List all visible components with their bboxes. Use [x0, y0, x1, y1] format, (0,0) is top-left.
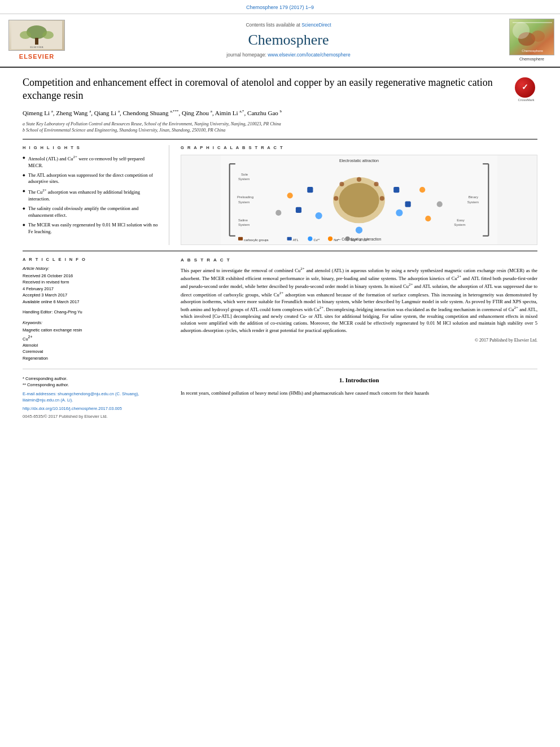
svg-point-31	[316, 212, 322, 219]
svg-text:Easy: Easy	[457, 218, 465, 222]
received-date: Received 26 October 2016	[23, 273, 169, 279]
journal-homepage-line: journal homepage: www.elsevier.com/locat…	[73, 52, 504, 59]
svg-point-34	[287, 193, 293, 198]
email-line: E-mail addresses: shuangchendong@nju.edu…	[23, 391, 169, 403]
homepage-link[interactable]: www.elsevier.com/locate/chemosphere	[268, 52, 350, 58]
svg-rect-26	[393, 187, 399, 193]
svg-rect-2	[35, 38, 38, 45]
svg-rect-43	[238, 237, 243, 241]
svg-point-33	[419, 187, 425, 193]
svg-point-24	[339, 182, 344, 186]
svg-text:Preloading: Preloading	[237, 195, 253, 199]
keyword-2: Cu2+	[23, 334, 169, 342]
elsevier-logo: ELSEVIER ELSEVIER	[6, 20, 68, 61]
svg-text:System: System	[454, 222, 465, 226]
svg-point-35	[425, 216, 431, 221]
article-info-heading: A R T I C L E I N F O	[23, 257, 169, 263]
info-abstract-cols: A R T I C L E I N F O Article history: R…	[23, 257, 537, 362]
keyword-4: Coremoval	[23, 349, 169, 355]
journal-center: Contents lists available at ScienceDirec…	[73, 22, 504, 58]
affiliations: a State Key Laboratory of Pollution Cont…	[23, 121, 537, 133]
svg-text:Saline: Saline	[238, 218, 248, 222]
revised-date: 4 February 2017	[23, 286, 169, 292]
keywords-label: Keywords:	[23, 320, 169, 326]
svg-text:ATL: ATL	[293, 238, 299, 242]
crossmark-circle	[515, 77, 535, 98]
svg-rect-45	[287, 237, 292, 241]
highlights-list: Atenolol (ATL) and Cu2+ were co-removed …	[23, 155, 160, 235]
issn-line: 0045-6535/© 2017 Published by Elsevier L…	[23, 414, 169, 420]
keyword-1: Magnetic cation exchange resin	[23, 327, 169, 334]
article-title-section: Competition and enhancement effect in co…	[23, 76, 537, 103]
graphical-abstract-heading: G R A P H I C A L A B S T R A C T	[181, 145, 537, 151]
corresponding-note-2: ** Corresponding author.	[23, 382, 169, 388]
svg-text:ELSEVIER: ELSEVIER	[30, 46, 43, 49]
handling-editor: Handling Editor: Chang-Ping Yu	[23, 309, 169, 316]
svg-point-25	[334, 196, 338, 200]
svg-point-30	[396, 209, 403, 216]
svg-text:Cu²⁺: Cu²⁺	[313, 238, 320, 242]
svg-point-51	[345, 237, 350, 241]
article-content: Competition and enhancement effect in co…	[0, 68, 560, 426]
intro-heading: 1. Introduction	[181, 376, 537, 385]
svg-point-22	[374, 182, 379, 186]
highlights-heading: H I G H L I G H T S	[23, 145, 160, 151]
journal-thumb-image: Chemosphere	[509, 19, 554, 55]
svg-point-4	[42, 31, 54, 39]
svg-text:carboxylic groups: carboxylic groups	[244, 238, 269, 242]
svg-text:Mg²⁺ or Ca²⁺: Mg²⁺ or Ca²⁺	[351, 238, 370, 242]
svg-text:System: System	[238, 222, 250, 226]
svg-point-49	[328, 237, 333, 241]
svg-text:Chemosphere: Chemosphere	[522, 49, 543, 53]
graphical-abstract-col: G R A P H I C A L A B S T R A C T	[181, 145, 537, 245]
svg-rect-29	[296, 207, 301, 213]
journal-thumb-label: Chemosphere	[509, 56, 554, 62]
journal-thumbnail: Chemosphere Chemosphere	[509, 19, 554, 62]
svg-point-3	[20, 31, 31, 39]
footer-left: * Corresponding author. ** Corresponding…	[23, 376, 169, 420]
accepted-date: Accepted 3 March 2017	[23, 292, 169, 299]
journal-ref: Chemosphere 179 (2017) 1–9	[246, 5, 314, 10]
svg-text:System: System	[238, 177, 250, 181]
abstract-col: A B S T R A C T This paper aimed to inve…	[181, 257, 537, 362]
doi-line[interactable]: http://dx.doi.org/10.1016/j.chemosphere.…	[23, 406, 169, 412]
affiliation-a: a State Key Laboratory of Pollution Cont…	[23, 121, 537, 127]
abstract-heading: A B S T R A C T	[181, 257, 537, 263]
svg-point-23	[380, 196, 384, 200]
elsevier-text: ELSEVIER	[19, 53, 54, 61]
science-direct-line: Contents lists available at ScienceDirec…	[73, 22, 504, 29]
highlights-abstract-section: H I G H L I G H T S Atenolol (ATL) and C…	[23, 139, 537, 251]
highlights-col: H I G H L I G H T S Atenolol (ATL) and C…	[23, 145, 169, 245]
science-direct-link[interactable]: ScienceDirect	[301, 22, 331, 28]
svg-text:Binary: Binary	[469, 195, 479, 199]
svg-text:Na⁺: Na⁺	[334, 238, 339, 242]
article-info-col: A R T I C L E I N F O Article history: R…	[23, 257, 169, 362]
abstract-copyright: © 2017 Published by Elsevier Ltd.	[181, 337, 537, 343]
svg-point-47	[308, 237, 312, 241]
svg-point-36	[437, 202, 443, 207]
footer-right: 1. Introduction In recent years, combine…	[181, 376, 537, 420]
page: Chemosphere 179 (2017) 1–9 ELSEVIER ELSE…	[0, 0, 560, 747]
svg-text:System: System	[238, 200, 250, 204]
svg-text:Electrostatic attraction: Electrostatic attraction	[339, 159, 379, 163]
highlight-item-4: The salinity could obviously amplify the…	[23, 206, 160, 219]
corresponding-note-1: * Corresponding author.	[23, 376, 169, 382]
keyword-3: Atenolol	[23, 343, 169, 349]
journal-banner: ELSEVIER ELSEVIER Contents lists availab…	[0, 14, 560, 68]
section-divider	[23, 369, 537, 369]
crossmark-logo: CrossMark	[515, 77, 537, 102]
svg-rect-27	[405, 202, 411, 207]
elsevier-logo-image: ELSEVIER	[8, 20, 65, 51]
online-date: Available online 6 March 2017	[23, 299, 169, 305]
journal-name: Chemosphere	[73, 30, 504, 50]
svg-text:System: System	[467, 200, 479, 204]
svg-rect-9	[513, 22, 552, 23]
article-title: Competition and enhancement effect in co…	[23, 76, 509, 103]
svg-point-20	[339, 183, 379, 217]
svg-point-21	[357, 177, 361, 182]
history-label: Article history:	[23, 266, 169, 272]
svg-point-37	[275, 210, 281, 216]
footer-section: * Corresponding author. ** Corresponding…	[23, 376, 537, 420]
revised-label: Received in revised form	[23, 279, 169, 286]
svg-rect-28	[307, 187, 313, 193]
